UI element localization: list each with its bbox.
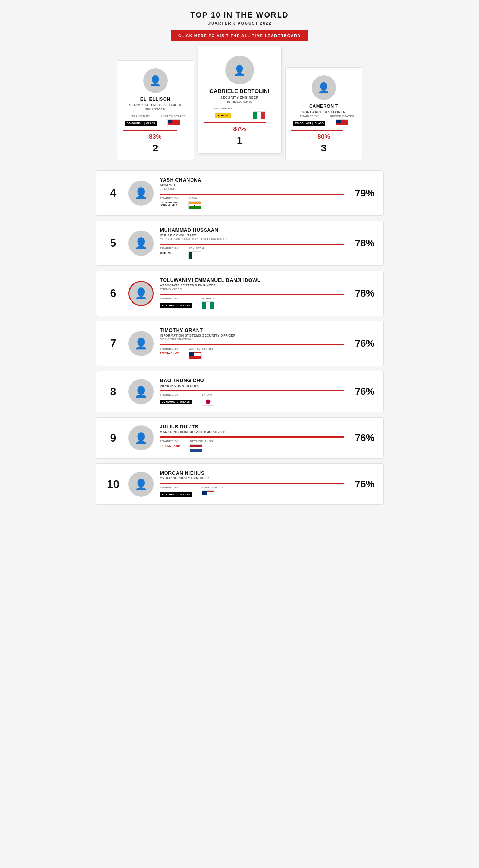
flag-us-7 [189, 352, 202, 359]
avatar-bao: 👤 [128, 379, 154, 404]
company-yash: KPMG INDIA [160, 187, 344, 191]
trainer-logo-3: EC-Council | iClass [293, 119, 325, 127]
podium-card-1: 👤 GABRIELE BERTOLINI SECURITY ENGINEER I… [198, 46, 282, 154]
score-4: 79% [350, 188, 375, 199]
podium-section: 👤 ELI ELLISON SENIOR TALENT DEVELOPER SK… [96, 52, 384, 160]
divider-8 [160, 390, 344, 391]
podium-rank-2: 2 [123, 143, 188, 154]
podium-role-2: SENIOR TALENT DEVELOPER [123, 103, 188, 107]
meta-muhammad: TRAINED BY CORMT PAKISTAN [160, 247, 344, 259]
flag-nigeria-6 [202, 301, 214, 309]
list-row-8: 8 👤 BAO TRUNG CHU PENETRATION TESTER TRA… [96, 371, 384, 412]
list-row-9: 9 👤 JULIUS DUIJTS MANAGING CONSULTANT BM… [96, 417, 384, 459]
list-row-10: 10 👤 MORGAN NIEHUS CYBER SECURITY ENGINE… [96, 463, 384, 505]
trainer-ec-6: EC-Council | iClass [160, 301, 192, 309]
company-toluwanimi: TREND MICRO [160, 287, 344, 291]
podium-card-3: 👤 CAMERON T SOFTWARE DEVELOPER TRAINED B… [285, 67, 362, 160]
role-toluwanimi: ASSOCIATE SYSTEMS ENGINEER [160, 284, 344, 287]
info-bao: BAO TRUNG CHU PENETRATION TESTER TRAINED… [160, 378, 344, 406]
rank-5: 5 [105, 237, 122, 250]
trainer-logo-1: ithum [215, 111, 231, 119]
avatar-julius: 👤 [128, 425, 154, 450]
info-toluwanimi: TOLUWANIMI EMMANUEL BANJI IDOWU ASSOCIAT… [160, 277, 344, 309]
info-yash: YASH CHANDNA ANALYST KPMG INDIA TRAINED … [160, 177, 344, 209]
flag-puertorico-10 [202, 490, 214, 498]
rank-4: 4 [105, 187, 122, 199]
list-row-6: 6 👤 TOLUWANIMI EMMANUEL BANJI IDOWU ASSO… [96, 271, 384, 316]
trainer-northcap: NORTHCAPUNIVERSITY [160, 201, 179, 206]
meta-timothy: TRAINED BY TryHackMe UNITED STATES [160, 347, 344, 359]
role-morgan: CYBER SECURITY ENGINEER [160, 476, 344, 480]
podium-company-2: SKILLSTORM [123, 108, 188, 111]
divider-4 [160, 194, 344, 195]
podium-rank-3: 3 [291, 143, 357, 154]
podium-score-2: 83% [123, 133, 188, 141]
flag-netherlands-9 [190, 444, 202, 452]
score-6: 78% [350, 288, 375, 299]
header: TOP 10 IN THE WORLD QUARTER 3 AUGUST 202… [96, 11, 384, 41]
rank-8: 8 [105, 385, 122, 398]
divider-5 [160, 244, 344, 245]
divider-6 [160, 294, 344, 295]
leaderboard-button[interactable]: CLICK HERE TO VISIT THE ALL TIME LEADERB… [171, 30, 308, 41]
divider-7 [160, 344, 344, 345]
meta-yash: TRAINED BY NORTHCAPUNIVERSITY INDIA [160, 197, 344, 209]
podium-role-1: SECURITY ENGINEER [204, 95, 276, 99]
role-yash: ANALYST [160, 183, 344, 187]
meta-bao: TRAINED BY EC-Council | iClass JAPAN [160, 393, 344, 406]
podium-name-2: ELI ELLISON [123, 96, 188, 102]
name-muhammad: MUHAMMAD HUSSAAN [160, 227, 344, 233]
podium-company-1: IN.TE.S.A. S.P.A. [204, 100, 276, 103]
trainer-firebrand: ⬥ FIREBRAND [160, 444, 180, 447]
trainer-cormt: CORMT [160, 251, 179, 255]
score-bar-3 [291, 130, 357, 131]
company-timothy: DCS CORPORATION [160, 338, 344, 341]
page-title: TOP 10 IN THE WORLD [96, 11, 384, 20]
flag-us-3 [336, 119, 348, 127]
divider-9 [160, 436, 344, 438]
podium-meta-2: TRAINED BY EC-Council | iClass UNITED ST… [123, 115, 188, 127]
score-8: 76% [350, 386, 375, 397]
avatar-muhammad: 👤 [128, 231, 154, 256]
flag-japan-8 [202, 398, 214, 406]
score-bar-2 [123, 130, 188, 131]
podium-meta-1: TRAINED BY ithum ITALY [204, 107, 276, 119]
flag-italy-1 [253, 111, 265, 119]
name-toluwanimi: TOLUWANIMI EMMANUEL BANJI IDOWU [160, 277, 344, 283]
podium-role-3: SOFTWARE DEVELOPER [291, 110, 357, 114]
trainer-logo-2: EC-Council | iClass [125, 119, 157, 127]
flag-pakistan-5 [188, 251, 201, 259]
trainer-tryhackme: TryHackMe [160, 352, 179, 355]
meta-julius: TRAINED BY ⬥ FIREBRAND NETHERLANDS [160, 440, 344, 452]
name-julius: JULIUS DUIJTS [160, 424, 344, 429]
rank-6: 6 [105, 287, 122, 300]
flag-india-4 [188, 201, 201, 209]
trainer-ec-10: EC-Council | iClass [160, 490, 192, 498]
list-row-5: 5 👤 MUHAMMAD HUSSAAN IT RISK CONSULTANT … [96, 221, 384, 266]
info-julius: JULIUS DUIJTS MANAGING CONSULTANT BMC AD… [160, 424, 344, 452]
avatar-morgan: 👤 [128, 472, 154, 497]
score-10: 76% [350, 479, 375, 490]
meta-toluwanimi: TRAINED BY EC-Council | iClass NIGERIA [160, 297, 344, 309]
podium-score-1: 87% [204, 126, 276, 133]
role-timothy: INFORMATION SYSTEMS SECURITY OFFICER [160, 334, 344, 337]
score-7: 76% [350, 338, 375, 349]
header-subtitle: QUARTER 3 AUGUST 2022 [96, 21, 384, 25]
avatar-toluwanimi: 👤 [128, 281, 154, 306]
trainer-ec-8: EC-Council | iClass [160, 398, 192, 406]
list-row-4: 4 👤 YASH CHANDNA ANALYST KPMG INDIA TRAI… [96, 170, 384, 216]
meta-morgan: TRAINED BY EC-Council | iClass PUERTO RI… [160, 486, 344, 498]
podium-card-2: 👤 ELI ELLISON SENIOR TALENT DEVELOPER SK… [117, 60, 194, 160]
divider-10 [160, 483, 344, 484]
avatar-cameron: 👤 [312, 75, 336, 100]
podium-score-3: 80% [291, 133, 357, 141]
role-muhammad: IT RISK CONSULTANT [160, 233, 344, 237]
flag-us-2 [167, 119, 180, 127]
role-bao: PENETRATION TESTER [160, 384, 344, 387]
role-julius: MANAGING CONSULTANT BMC ADVIES [160, 430, 344, 434]
score-9: 76% [350, 432, 375, 443]
list-row-7: 7 👤 TIMOTHY GRANT INFORMATION SYSTEMS SE… [96, 321, 384, 366]
score-bar-1 [204, 122, 276, 123]
name-morgan: MORGAN NIEHUS [160, 470, 344, 476]
podium-meta-3: TRAINED BY EC-Council | iClass UNITED ST… [291, 115, 357, 127]
